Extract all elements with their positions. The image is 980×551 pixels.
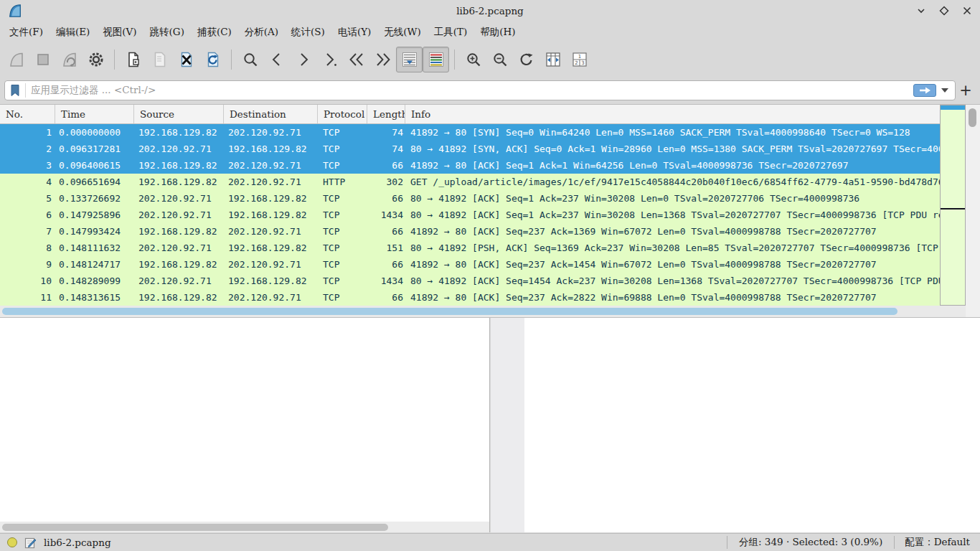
- menu-item-10[interactable]: 帮助(H): [473, 23, 522, 42]
- cell-no: 6: [0, 207, 55, 223]
- layout-button[interactable]: 123: [566, 47, 593, 72]
- cell-protocol: TCP: [318, 157, 367, 174]
- next-packet-button[interactable]: [290, 47, 316, 72]
- menu-item-5[interactable]: 分析(A): [238, 23, 285, 42]
- menu-item-1[interactable]: 编辑(E): [50, 23, 96, 42]
- cell-no: 8: [0, 240, 55, 256]
- cell-length: 66: [367, 157, 405, 174]
- column-header-time[interactable]: Time: [55, 105, 134, 123]
- packet-row[interactable]: 4 0.096651694 192.168.129.82 202.120.92.…: [0, 174, 940, 190]
- cell-protocol: TCP: [318, 124, 367, 141]
- cell-source: 202.120.92.71: [134, 207, 224, 223]
- cell-protocol: TCP: [318, 273, 367, 289]
- packet-row[interactable]: 11 0.148313615 192.168.129.82 202.120.92…: [0, 289, 940, 306]
- reload-file-button[interactable]: [199, 47, 226, 72]
- cell-source: 192.168.129.82: [134, 223, 224, 240]
- gear-icon: [87, 50, 105, 69]
- cell-source: 202.120.92.71: [134, 240, 224, 256]
- cell-info: 80 → 41892 [ACK] Seq=1 Ack=237 Win=30208…: [405, 207, 940, 223]
- cell-length: 66: [367, 256, 405, 273]
- packet-list-hscrollbar-thumb[interactable]: [2, 308, 897, 315]
- menu-bar: 文件(F)编辑(E)视图(V)跳转(G)捕获(C)分析(A)统计(S)电话(Y)…: [0, 22, 980, 43]
- vertical-scrollbar[interactable]: [966, 105, 980, 317]
- cell-destination: 202.120.92.71: [224, 124, 318, 141]
- resize-columns-button[interactable]: [540, 47, 566, 72]
- vertical-scrollbar-thumb[interactable]: [969, 108, 976, 127]
- packet-row[interactable]: 5 0.133726692 202.120.92.71 192.168.129.…: [0, 190, 940, 207]
- maximize-button[interactable]: [936, 2, 953, 19]
- menu-item-6[interactable]: 统计(S): [285, 23, 331, 42]
- cell-protocol: TCP: [318, 223, 367, 240]
- menu-item-9[interactable]: 工具(T): [428, 23, 474, 42]
- window-controls: [913, 2, 976, 19]
- find-packet-button[interactable]: [237, 47, 263, 72]
- packet-row[interactable]: 7 0.147993424 192.168.129.82 202.120.92.…: [0, 223, 940, 240]
- cell-no: 3: [0, 157, 55, 174]
- status-packets-summary: 分组: 349 · Selected: 3 (0.9%): [727, 536, 894, 549]
- display-filter-input[interactable]: 应用显示过滤器 ... <Ctrl-/>: [4, 80, 956, 100]
- close-button[interactable]: [958, 2, 976, 19]
- toolbar-separator: [454, 50, 455, 70]
- zoom-reset-button[interactable]: [513, 47, 540, 72]
- cell-source: 202.120.92.71: [134, 141, 224, 157]
- capture-comment-icon[interactable]: [24, 537, 37, 549]
- stop-capture-button: [29, 47, 56, 72]
- chevron-right-dot-icon: [321, 50, 339, 69]
- packet-details-pane: [0, 318, 490, 522]
- packet-row[interactable]: 9 0.148124717 192.168.129.82 202.120.92.…: [0, 256, 940, 273]
- close-file-button[interactable]: [173, 47, 199, 72]
- expert-info-icon[interactable]: [7, 537, 17, 547]
- go-to-packet-button[interactable]: [316, 47, 343, 72]
- menu-item-3[interactable]: 跳转(G): [143, 23, 191, 42]
- packet-row[interactable]: 3 0.096400615 192.168.129.82 202.120.92.…: [0, 157, 940, 174]
- column-header-protocol[interactable]: Protocol: [318, 105, 367, 123]
- zoom-out-button[interactable]: [486, 47, 513, 72]
- column-header-destination[interactable]: Destination: [224, 105, 318, 123]
- cell-length: 74: [367, 141, 405, 157]
- menu-item-7[interactable]: 电话(Y): [331, 23, 377, 42]
- first-packet-button[interactable]: [343, 47, 369, 72]
- stop-square-icon: [34, 50, 52, 69]
- column-header-source[interactable]: Source: [134, 105, 224, 123]
- menu-item-8[interactable]: 无线(W): [377, 23, 427, 42]
- column-header-length[interactable]: Length: [367, 105, 405, 123]
- packet-minimap-scrollbar[interactable]: [940, 105, 966, 306]
- previous-packet-button[interactable]: [263, 47, 290, 72]
- details-hscrollbar[interactable]: [0, 522, 490, 532]
- toolbar-separator: [231, 50, 232, 70]
- cell-no: 11: [0, 289, 55, 306]
- filter-dropdown-caret[interactable]: [941, 88, 948, 93]
- column-header-no[interactable]: No.: [0, 105, 55, 123]
- resize-columns-icon: [544, 50, 562, 69]
- packet-row[interactable]: 10 0.148289099 202.120.92.71 192.168.129…: [0, 273, 940, 289]
- cell-length: 151: [367, 240, 405, 256]
- packet-row[interactable]: 1 0.000000000 192.168.129.82 202.120.92.…: [0, 124, 940, 141]
- menu-item-2[interactable]: 视图(V): [96, 23, 143, 42]
- status-profile[interactable]: 配置：Default: [895, 536, 980, 549]
- packet-row[interactable]: 8 0.148111632 202.120.92.71 192.168.129.…: [0, 240, 940, 256]
- auto-scroll-button[interactable]: [396, 47, 423, 72]
- capture-options-button[interactable]: [83, 47, 109, 72]
- zoom-in-button[interactable]: [460, 47, 486, 72]
- open-file-button[interactable]: [120, 47, 146, 72]
- last-packet-button[interactable]: [369, 47, 396, 72]
- menu-item-4[interactable]: 捕获(C): [191, 23, 238, 42]
- cell-info: 41892 → 80 [ACK] Seq=237 Ack=1454 Win=67…: [405, 256, 940, 273]
- details-hscrollbar-thumb[interactable]: [2, 524, 388, 531]
- packet-list-hscrollbar[interactable]: [0, 306, 966, 317]
- bookmark-icon[interactable]: [9, 84, 21, 97]
- save-file-button: [146, 47, 173, 72]
- add-filter-button[interactable]: +: [956, 80, 976, 100]
- packet-row[interactable]: 2 0.096317281 202.120.92.71 192.168.129.…: [0, 141, 940, 157]
- apply-filter-button[interactable]: [913, 84, 936, 97]
- packet-row[interactable]: 6 0.147925896 202.120.92.71 192.168.129.…: [0, 207, 940, 223]
- cell-no: 4: [0, 174, 55, 190]
- cell-info: 41892 → 80 [ACK] Seq=1 Ack=1 Win=64256 L…: [405, 157, 940, 174]
- cell-info: 41892 → 80 [ACK] Seq=237 Ack=1369 Win=67…: [405, 223, 940, 240]
- minimize-button[interactable]: [913, 2, 930, 19]
- menu-item-0[interactable]: 文件(F): [3, 23, 50, 42]
- colorize-button[interactable]: [423, 47, 449, 72]
- cell-info: 80 → 41892 [SYN, ACK] Seq=0 Ack=1 Win=28…: [405, 141, 940, 157]
- column-header-info[interactable]: Info: [405, 105, 940, 123]
- wireshark-window: lib6-2.pcapng 文件(F)编辑(E)视图(V)跳转(G)捕获(C)分…: [0, 0, 980, 551]
